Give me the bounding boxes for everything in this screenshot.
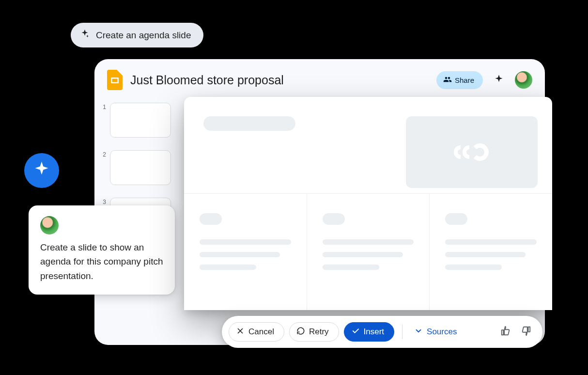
divider: [402, 325, 402, 339]
insert-label: Insert: [364, 327, 385, 337]
svg-rect-1: [112, 79, 118, 82]
heading-placeholder: [445, 213, 467, 225]
prompt-bubble: Create a slide to show an agenda for thi…: [29, 205, 175, 295]
thumbnail-number: 3: [101, 198, 106, 205]
heading-placeholder: [200, 213, 222, 225]
sources-button[interactable]: Sources: [410, 327, 461, 338]
slides-logo-icon: [107, 70, 123, 90]
logo-placeholder: [406, 116, 538, 188]
thumbs-down-icon: [521, 326, 531, 338]
slide-thumbnail[interactable]: 2: [101, 150, 179, 185]
share-button[interactable]: Share: [436, 71, 483, 89]
avatar: [40, 216, 59, 234]
cancel-label: Cancel: [248, 327, 274, 337]
heading-placeholder: [323, 213, 345, 225]
text-placeholder: [323, 239, 414, 245]
slide-column: [430, 194, 552, 310]
ai-badge: [24, 153, 59, 188]
sparkle-icon: [33, 161, 50, 180]
thumbs-down-button[interactable]: [518, 324, 534, 340]
sparkle-icon: [79, 29, 90, 42]
document-title[interactable]: Just Bloomed store proposal: [130, 73, 429, 87]
share-label: Share: [455, 76, 474, 84]
thumbnail-preview: [110, 150, 171, 185]
action-bar: Cancel Retry Insert Sources: [222, 316, 542, 348]
text-placeholder: [200, 265, 256, 270]
cancel-button[interactable]: Cancel: [229, 322, 284, 342]
text-placeholder: [200, 252, 280, 257]
thumbnail-number: 2: [101, 150, 106, 158]
slide-header: [184, 97, 552, 194]
text-placeholder: [200, 239, 291, 245]
slide-column: [184, 194, 307, 310]
text-placeholder: [323, 265, 379, 270]
title-placeholder: [203, 116, 295, 131]
thumbs-up-icon: [500, 326, 511, 338]
text-placeholder: [445, 265, 502, 270]
generated-slide-preview: [184, 97, 552, 310]
sources-label: Sources: [427, 327, 457, 337]
slide-columns: [184, 194, 552, 310]
insert-button[interactable]: Insert: [344, 322, 395, 342]
thumbnail-number: 1: [101, 103, 106, 110]
text-placeholder: [323, 252, 403, 257]
refresh-icon: [296, 327, 305, 338]
retry-label: Retry: [309, 327, 329, 337]
check-icon: [351, 327, 360, 338]
suggestion-chip[interactable]: Create an agenda slide: [71, 23, 203, 47]
thumbnail-preview: [110, 103, 171, 138]
close-icon: [236, 327, 245, 338]
slide-column: [307, 194, 430, 310]
prompt-text: Create a slide to show an agenda for thi…: [40, 240, 163, 283]
thumbs-up-button[interactable]: [498, 324, 513, 340]
chevron-down-icon: [414, 327, 423, 338]
ai-sparkle-button[interactable]: [491, 72, 507, 88]
text-placeholder: [445, 239, 537, 245]
retry-button[interactable]: Retry: [289, 322, 339, 342]
avatar[interactable]: [515, 71, 532, 89]
toolbar: Just Bloomed store proposal Share: [94, 59, 545, 99]
slide-thumbnail[interactable]: 1: [101, 103, 179, 138]
people-icon: [443, 75, 452, 85]
text-placeholder: [445, 252, 526, 257]
suggestion-label: Create an agenda slide: [96, 30, 191, 41]
